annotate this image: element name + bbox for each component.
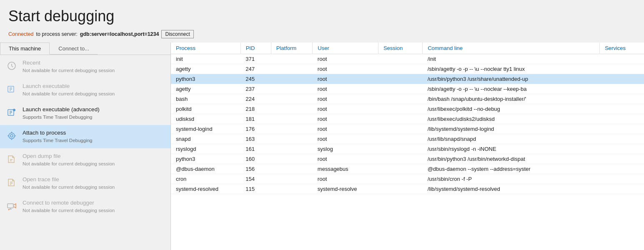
clock-icon: [6, 60, 18, 72]
sidebar-item-remote-debugger[interactable]: Connect to remote debugger Not available…: [0, 195, 170, 218]
tab-bar: This machine Connect to...: [0, 42, 170, 55]
sidebar-item-launch-exe[interactable]: Launch executable Not available for curr…: [0, 78, 170, 102]
server-address: gdb:server=localhost,port=1234: [80, 31, 159, 37]
cmdline-cell: /usr/libexec/polkitd --no-debug: [423, 104, 600, 114]
table-row[interactable]: rsyslogd161syslog/usr/sbin/rsyslogd -n -…: [171, 144, 644, 154]
table-wrapper[interactable]: Process PID Platform User Session Comman…: [171, 42, 644, 250]
launch-exe-adv-subtitle: Supports Time Travel Debugging: [23, 114, 100, 120]
launch-exe-adv-text: Launch executable (advanced) Supports Ti…: [23, 106, 100, 120]
services-cell: [600, 114, 644, 124]
table-row[interactable]: systemd-resolved115systemd-resolve/lib/s…: [171, 184, 644, 194]
platform-cell: [271, 54, 313, 64]
session-cell: [378, 154, 422, 164]
session-cell: [378, 144, 422, 154]
disconnect-button[interactable]: Disconnect: [161, 30, 193, 38]
recent-item-text: Recent Not available for current debuggi…: [23, 59, 115, 74]
services-cell: [600, 154, 644, 164]
table-row[interactable]: udisksd181root/usr/libexec/udisks2/udisk…: [171, 114, 644, 124]
user-cell: root: [313, 104, 378, 114]
cmdline-cell: /usr/bin/python3 /usr/bin/networkd-dispa…: [423, 154, 600, 164]
table-row[interactable]: systemd-logind176root/lib/systemd/system…: [171, 124, 644, 134]
content-area: This machine Connect to... Recent Not av…: [0, 42, 644, 250]
session-cell: [378, 124, 422, 134]
process-cell: udisksd: [171, 114, 241, 124]
table-row[interactable]: snapd163root/usr/lib/snapd/snapd: [171, 134, 644, 144]
session-cell: [378, 104, 422, 114]
tab-this-machine[interactable]: This machine: [0, 42, 50, 55]
platform-cell: [271, 144, 313, 154]
col-header-pid[interactable]: PID: [241, 42, 271, 54]
tab-connect-to[interactable]: Connect to...: [50, 42, 98, 55]
pid-cell: 224: [241, 94, 271, 104]
trace-icon: [6, 177, 18, 188]
user-cell: messagebus: [313, 164, 378, 174]
services-cell: [600, 64, 644, 74]
col-header-services[interactable]: Services: [600, 42, 644, 54]
sidebar-item-list: Recent Not available for current debuggi…: [0, 55, 170, 250]
services-cell: [600, 74, 644, 84]
session-cell: [378, 174, 422, 184]
sidebar-item-attach-process[interactable]: Attach to process Supports Time Travel D…: [0, 125, 170, 148]
platform-cell: [271, 104, 313, 114]
sidebar: This machine Connect to... Recent Not av…: [0, 42, 171, 250]
remote-debugger-title: Connect to remote debugger: [23, 199, 115, 207]
sidebar-item-trace-file[interactable]: Open trace file Not available for curren…: [0, 172, 170, 195]
process-cell: polkitd: [171, 104, 241, 114]
session-cell: [378, 74, 422, 84]
platform-cell: [271, 94, 313, 104]
process-cell: snapd: [171, 134, 241, 144]
col-header-session[interactable]: Session: [378, 42, 422, 54]
col-header-process[interactable]: Process: [171, 42, 241, 54]
cmdline-cell: /sbin/agetty -o -p -- \u --noclear tty1 …: [423, 64, 600, 74]
sidebar-item-dump-file[interactable]: Open dump file Not available for current…: [0, 148, 170, 172]
platform-cell: [271, 134, 313, 144]
svg-rect-22: [8, 204, 13, 208]
session-cell: [378, 84, 422, 94]
connected-word: Connected: [8, 31, 33, 37]
platform-cell: [271, 64, 313, 74]
user-cell: root: [313, 114, 378, 124]
table-row[interactable]: @dbus-daemon156messagebus@dbus-daemon --…: [171, 164, 644, 174]
user-cell: root: [313, 54, 378, 64]
pid-cell: 115: [241, 184, 271, 194]
remote-debugger-text: Connect to remote debugger Not available…: [23, 199, 115, 214]
platform-cell: [271, 154, 313, 164]
services-cell: [600, 124, 644, 134]
col-header-user[interactable]: User: [313, 42, 378, 54]
page-title: Start debugging: [0, 0, 644, 28]
remote-debugger-icon: [6, 200, 18, 212]
col-header-platform[interactable]: Platform: [271, 42, 313, 54]
dump-file-title: Open dump file: [23, 152, 115, 160]
launch-exe-text: Launch executable Not available for curr…: [23, 82, 115, 97]
services-cell: [600, 144, 644, 154]
platform-cell: [271, 124, 313, 134]
table-row[interactable]: python3245root/usr/bin/python3 /usr/shar…: [171, 74, 644, 84]
cmdline-cell: /lib/systemd/systemd-logind: [423, 124, 600, 134]
session-cell: [378, 184, 422, 194]
col-header-cmdline[interactable]: Command line: [423, 42, 600, 54]
process-cell: agetty: [171, 64, 241, 74]
cmdline-cell: /sbin/agetty -o -p -- \u --noclear --kee…: [423, 84, 600, 94]
session-cell: [378, 114, 422, 124]
attach-process-text: Attach to process Supports Time Travel D…: [23, 129, 92, 144]
cmdline-cell: /lib/systemd/systemd-resolved: [423, 184, 600, 194]
table-row[interactable]: python3160root/usr/bin/python3 /usr/bin/…: [171, 154, 644, 164]
process-cell: @dbus-daemon: [171, 164, 241, 174]
process-cell: systemd-resolved: [171, 184, 241, 194]
session-cell: [378, 64, 422, 74]
table-row[interactable]: init371root/init: [171, 54, 644, 64]
table-row[interactable]: bash224root/bin/bash /snap/ubuntu-deskto…: [171, 94, 644, 104]
pid-cell: 161: [241, 144, 271, 154]
table-row[interactable]: cron154root/usr/sbin/cron -f -P: [171, 174, 644, 184]
table-row[interactable]: agetty247root/sbin/agetty -o -p -- \u --…: [171, 64, 644, 74]
svg-point-12: [10, 135, 13, 137]
table-row[interactable]: polkitd218root/usr/libexec/polkitd --no-…: [171, 104, 644, 114]
sidebar-item-recent[interactable]: Recent Not available for current debuggi…: [0, 55, 170, 78]
dump-file-text: Open dump file Not available for current…: [23, 152, 115, 167]
trace-file-subtitle: Not available for current debugging sess…: [23, 184, 115, 190]
table-row[interactable]: agetty237root/sbin/agetty -o -p -- \u --…: [171, 84, 644, 94]
services-cell: [600, 104, 644, 114]
pid-cell: 160: [241, 154, 271, 164]
process-table: Process PID Platform User Session Comman…: [171, 42, 644, 194]
sidebar-item-launch-exe-advanced[interactable]: + Launch executable (advanced) Supports …: [0, 102, 170, 125]
